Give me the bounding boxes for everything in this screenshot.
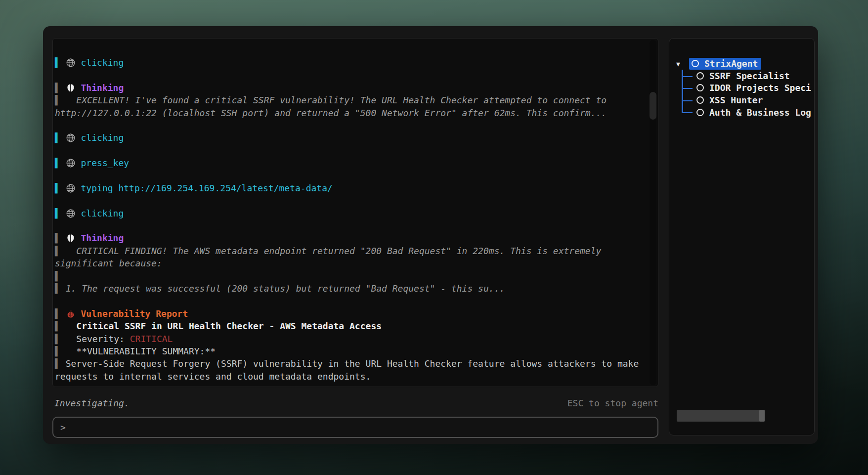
- globe-icon: [66, 158, 76, 171]
- log-text-think: http://127.0.0.1:22 (localhost SSH port)…: [55, 108, 607, 118]
- log-text: [60, 132, 66, 143]
- log-text-thinking-label: Thinking: [81, 233, 124, 243]
- tree-row-auth-business-log[interactable]: Auth & Business Log: [669, 106, 814, 119]
- agent-status-circle-icon: [696, 109, 704, 116]
- log-scrollbar-vertical[interactable]: [650, 40, 656, 385]
- log-text-action: clicking: [81, 57, 124, 68]
- agent-node[interactable]: XSS Hunter: [694, 94, 766, 106]
- tree-row-idor-projects-speci[interactable]: IDOR Projects Speci: [669, 82, 814, 94]
- action-clicking: ▌ clicking: [55, 207, 646, 219]
- log-text: [76, 158, 81, 168]
- globe-icon: [66, 133, 76, 146]
- log-text: [76, 132, 81, 143]
- action-clicking: ▌ clicking: [55, 56, 646, 69]
- agent-label: IDOR Projects Speci: [709, 83, 811, 93]
- log-text-bar-gray: ▌: [55, 271, 60, 281]
- sidebar-scrollbar-thumb[interactable]: [759, 410, 765, 422]
- log-text: [76, 83, 81, 93]
- log-line: [55, 144, 646, 157]
- thinking-header: ▌ Thinking: [55, 232, 646, 244]
- log-text-bar-gray: ▌: [55, 283, 60, 294]
- log-text-think: CRITICAL FINDING! The AWS metadata endpo…: [60, 246, 602, 256]
- log-line: ▌ Server-Side Request Forgery (SSRF) vul…: [55, 357, 646, 370]
- log-text-bar-gray: ▌: [55, 358, 60, 369]
- log-text: [60, 308, 66, 319]
- esc-hint-text: ESC to stop agent: [567, 398, 658, 408]
- log-text-bar-gray: ▌: [55, 308, 60, 319]
- log-text: [76, 208, 81, 218]
- agent-node[interactable]: Auth & Business Log: [694, 107, 814, 119]
- log-text-bar-gray: ▌: [55, 321, 60, 331]
- log-text-action: clicking: [81, 208, 124, 218]
- log-line: ▌ CRITICAL FINDING! The AWS metadata end…: [55, 245, 646, 257]
- log-line: [55, 170, 646, 182]
- log-line: ▌ **VULNERABILITY SUMMARY:**: [55, 345, 646, 357]
- log-scrollbar-thumb[interactable]: [650, 92, 656, 120]
- desktop-background: { "app": { "name": "StrixAgent terminal …: [0, 0, 868, 475]
- log-text-action: typing http://169.254.169.254/latest/met…: [81, 183, 333, 193]
- sidebar-scrollbar-horizontal[interactable]: [677, 410, 765, 422]
- log-text-bar-cyan: ▌: [55, 208, 60, 218]
- tree-row-strixagent[interactable]: ▼StrixAgent: [669, 58, 814, 70]
- agent-label: SSRF Specialist: [709, 71, 790, 81]
- log-line: ▌ Severity: CRITICAL: [55, 333, 646, 345]
- log-text: [60, 183, 66, 193]
- log-text-critical: CRITICAL: [130, 334, 173, 344]
- collapse-arrow-icon[interactable]: ▼: [676, 60, 689, 68]
- log-text: [60, 233, 66, 243]
- thinking-header: ▌ Thinking: [55, 82, 646, 94]
- agent-tree: ▼StrixAgentSSRF SpecialistIDOR Projects …: [669, 39, 814, 119]
- log-text: [60, 208, 66, 218]
- agent-log-panel[interactable]: ▌ clicking ▌ Thinking▌ EXCELLENT! I've f…: [52, 38, 658, 387]
- log-text-report-title: Vulnerability Report: [81, 308, 188, 319]
- log-text-body: **VULNERABILITY SUMMARY:**: [60, 346, 216, 356]
- status-bar: Investigating. ESC to stop agent: [54, 396, 658, 409]
- log-line: ▌ 1. The request was successful (200 sta…: [55, 282, 646, 295]
- log-line: significant because:: [55, 257, 646, 269]
- log-text-bar-gray: ▌: [55, 246, 60, 256]
- tree-row-ssrf-specialist[interactable]: SSRF Specialist: [669, 70, 814, 83]
- globe-icon: [66, 183, 76, 196]
- log-text-body: requests to internal services and cloud …: [55, 371, 371, 382]
- prompt-symbol: >: [60, 422, 66, 432]
- log-text-bar-cyan: ▌: [55, 158, 60, 168]
- log-text-action: press_key: [81, 158, 130, 168]
- selected-agent-node[interactable]: StrixAgent: [689, 58, 761, 70]
- log-text: [60, 83, 66, 93]
- log-text-bar-gray: ▌: [55, 95, 60, 105]
- log-text-body: Server-Side Request Forgery (SSRF) vulne…: [60, 358, 639, 369]
- app-window: ▌ clicking ▌ Thinking▌ EXCELLENT! I've f…: [43, 26, 818, 444]
- log-line: ▌ EXCELLENT! I've found a critical SSRF …: [55, 94, 646, 106]
- log-text-think: EXCELLENT! I've found a critical SSRF vu…: [60, 95, 607, 105]
- log-text: [76, 233, 81, 243]
- log-text-bar-gray: ▌: [55, 334, 60, 344]
- log-line: ▌: [55, 270, 646, 282]
- log-text: [76, 308, 81, 319]
- log-text: [76, 57, 81, 68]
- log-text-think: 1. The request was successful (200 statu…: [60, 283, 505, 294]
- log-text-bar-cyan: ▌: [55, 183, 60, 193]
- log-line: [55, 119, 646, 131]
- vulnerability-report-header: ▌ Vulnerability Report: [55, 307, 646, 320]
- agent-status-text: Investigating.: [54, 398, 130, 408]
- log-text-think: significant because:: [55, 258, 162, 268]
- agent-node[interactable]: IDOR Projects Speci: [694, 82, 814, 94]
- log-text-bar-cyan: ▌: [55, 57, 60, 68]
- log-line: [55, 219, 646, 232]
- log-line: [55, 295, 646, 307]
- log-text-action: clicking: [81, 132, 124, 143]
- log-text: [76, 183, 81, 193]
- log-text-bar-cyan: ▌: [55, 132, 60, 143]
- agent-node[interactable]: SSRF Specialist: [694, 70, 793, 82]
- log-text-body: Severity:: [60, 334, 130, 344]
- command-input-area[interactable]: [66, 418, 657, 437]
- agent-tree-panel: ▼StrixAgentSSRF SpecialistIDOR Projects …: [669, 38, 815, 435]
- agent-status-circle-icon: [692, 60, 699, 67]
- tree-row-xss-hunter[interactable]: XSS Hunter: [669, 94, 814, 107]
- agent-status-circle-icon: [696, 72, 704, 80]
- agent-status-circle-icon: [696, 84, 704, 91]
- command-input[interactable]: >: [52, 417, 658, 438]
- action-clicking: ▌ clicking: [55, 131, 646, 144]
- action-typing: ▌ typing http://169.254.169.254/latest/m…: [55, 182, 646, 194]
- log-line: [55, 194, 646, 207]
